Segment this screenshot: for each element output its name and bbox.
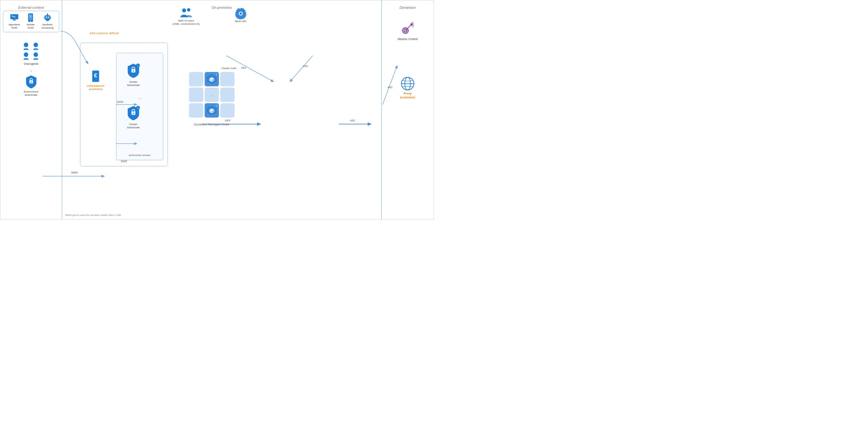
oneagents-label: OneAgents [24, 62, 38, 65]
agentless-rum-item: AgentlessRUM [8, 13, 20, 30]
cluster-node-n-icon [207, 105, 217, 116]
svg-rect-9 [13, 19, 15, 20]
onprem-title: On-premises [65, 4, 378, 11]
svg-point-25 [33, 43, 38, 47]
svg-point-39 [133, 71, 134, 71]
dynatrace-title: Dynatrace [385, 4, 430, 11]
mission-control-section: Mission Control [385, 21, 430, 41]
svg-point-13 [30, 21, 31, 22]
cluster-cell-21-active: n [205, 103, 219, 118]
cluster-cell-01-active: 1 [205, 72, 219, 86]
svg-point-21 [47, 13, 48, 14]
activegate-domain-label: ActiveGate domain [117, 151, 163, 157]
oneagents-section: OneAgents ↓ EnvironmentActiveGate [3, 42, 59, 97]
svg-point-27 [33, 53, 38, 57]
mobile-rum-item: MobileRUM [27, 13, 35, 30]
dmz-label: DMZ [80, 157, 167, 164]
svg-point-18 [48, 17, 49, 18]
robot-icon [43, 13, 52, 22]
mission-control-label: Mission Control [398, 37, 418, 41]
mission-control-icon [400, 21, 415, 36]
cluster-cell-dots: ... [205, 88, 219, 102]
cluster-cell-22 [220, 103, 235, 118]
web-ui-users-label: Web UI users(CMC, environment UI) [173, 19, 199, 26]
activegate-n-badge: n [136, 106, 140, 110]
mobile-icon [27, 13, 34, 22]
proxy-section: Proxy(customer) [385, 77, 430, 99]
svg-rect-12 [29, 14, 32, 20]
web-ui-users-section: Web UI users(CMC, environment UI) [173, 7, 199, 26]
agentless-rum-label: AgentlessRUM [8, 23, 20, 30]
cluster-activegate-1-label: ClusterActiveGate [127, 81, 140, 87]
env-activegate-icon [25, 75, 38, 89]
svg-rect-14 [44, 15, 50, 20]
agent-icon-3 [22, 52, 30, 61]
external-context-title: External context [3, 4, 59, 11]
activegate-dots: ... [117, 95, 163, 100]
svg-point-26 [24, 53, 28, 57]
cluster-activegate-n: n ClusterActiveGate [126, 105, 141, 129]
env-activegate-label: EnvironmentActiveGate [24, 90, 38, 97]
svg-point-31 [182, 8, 186, 12]
cluster-node-1-label: Cluster node [222, 67, 236, 70]
footnote: *8443 port is used for versions earlier … [65, 211, 121, 217]
managed-cluster-section: 1 ... [189, 72, 235, 127]
agent-icon-2 [32, 42, 40, 51]
svg-point-42 [133, 113, 134, 114]
web-ui-users-icon [179, 7, 193, 19]
activegate-inner-box: 1 ClusterActiveGate ... [116, 53, 163, 160]
dmz-box: € Load balancer(customer) 1 [80, 43, 168, 167]
cluster-activegate-1: 1 ClusterActiveGate [126, 63, 141, 87]
node-n-badge: n [216, 104, 217, 107]
mobile-rum-label: MobileRUM [27, 23, 35, 30]
cluster-cell-10 [189, 88, 203, 102]
col-onprem: On-premises Web UI users(CMC, environmen… [62, 0, 382, 219]
cluster-cell-02 [220, 72, 235, 86]
cluster-node-1-icon [207, 74, 217, 84]
rest-api-gear-icon [235, 7, 247, 19]
activegate-1-badge: 1 [136, 63, 140, 67]
managed-cluster-label: Dynatrace Managed cluster [194, 121, 230, 127]
load-balancer-icon: € [90, 69, 101, 83]
svg-rect-7 [10, 14, 19, 20]
cluster-activegate-n-label: ClusterActiveGate [127, 123, 140, 129]
rest-api-label: REST API [235, 20, 247, 23]
svg-rect-23 [50, 17, 51, 18]
agent-icon-4 [32, 52, 40, 61]
svg-point-30 [31, 81, 32, 82]
node-1-badge: 1 [216, 73, 217, 76]
svg-point-32 [187, 8, 191, 12]
svg-rect-22 [44, 17, 45, 18]
agent-icon-1 [22, 42, 30, 51]
svg-point-34 [240, 12, 242, 14]
col-dynatrace: Dynatrace Mission Control [382, 0, 434, 219]
customer-defined-label: 443/ customer defined [90, 30, 119, 35]
load-balancer-section: € Load balancer(customer) [87, 69, 104, 91]
cluster-cell-00 [189, 72, 203, 86]
synthetic-monitoring-item: Syntheticmonitoring [41, 13, 53, 30]
proxy-label: Proxy(customer) [400, 92, 415, 99]
cluster-grid: 1 ... [189, 72, 235, 118]
svg-point-24 [24, 43, 28, 47]
proxy-globe-icon [401, 77, 415, 91]
synthetic-monitoring-label: Syntheticmonitoring [41, 23, 53, 30]
rum-box: AgentlessRUM MobileRUM [3, 11, 59, 32]
oneagents-grid [22, 42, 41, 61]
svg-rect-19 [46, 20, 49, 21]
svg-point-10 [12, 15, 13, 16]
oneagents-arrow-down: ↓ [30, 68, 32, 72]
cluster-cell-12 [220, 88, 235, 102]
monitor-icon [10, 13, 19, 22]
svg-text:€: € [94, 72, 97, 79]
cluster-cell-20 [189, 103, 203, 118]
svg-point-17 [46, 17, 47, 18]
rest-api-section: REST API [235, 7, 247, 23]
col-external: External context AgentlessRUM [0, 0, 62, 219]
diagram-container: 9999 9999 443 443 443* 443 443 External … [0, 0, 434, 220]
